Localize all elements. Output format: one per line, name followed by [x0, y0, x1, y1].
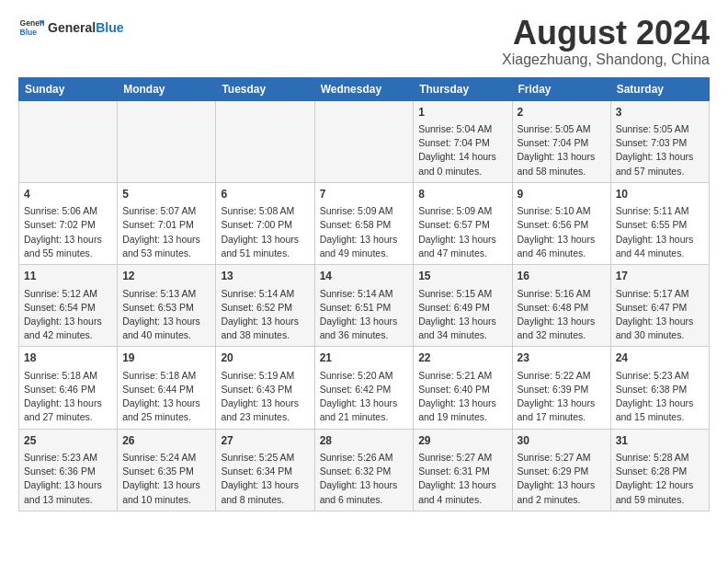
day-number: 30 — [518, 433, 606, 449]
week-row-2: 4Sunrise: 5:06 AMSunset: 7:02 PMDaylight… — [19, 182, 710, 264]
day-info: Daylight: 13 hours and 17 minutes. — [518, 396, 606, 424]
day-number: 23 — [518, 350, 606, 366]
day-cell: 4Sunrise: 5:06 AMSunset: 7:02 PMDaylight… — [19, 182, 118, 264]
day-number: 1 — [418, 105, 506, 121]
day-cell: 27Sunrise: 5:25 AMSunset: 6:34 PMDayligh… — [216, 429, 314, 511]
day-cell: 3Sunrise: 5:05 AMSunset: 7:03 PMDaylight… — [610, 100, 709, 182]
day-info: Sunrise: 5:09 AM — [320, 204, 409, 218]
day-info: Sunrise: 5:15 AM — [418, 287, 506, 301]
day-info: Daylight: 13 hours and 6 minutes. — [320, 478, 409, 506]
day-info: Sunrise: 5:20 AM — [320, 369, 409, 383]
week-row-4: 18Sunrise: 5:18 AMSunset: 6:46 PMDayligh… — [19, 347, 710, 429]
day-number: 18 — [24, 350, 112, 366]
col-tuesday: Tuesday — [216, 77, 314, 100]
col-friday: Friday — [512, 77, 610, 100]
day-info: Sunset: 7:00 PM — [221, 218, 309, 232]
day-info: Sunset: 7:02 PM — [24, 218, 112, 232]
day-info: Sunrise: 5:09 AM — [418, 204, 506, 218]
day-cell: 14Sunrise: 5:14 AMSunset: 6:51 PMDayligh… — [314, 265, 414, 347]
day-cell: 20Sunrise: 5:19 AMSunset: 6:43 PMDayligh… — [216, 347, 314, 429]
header: General Blue GeneralBlue August 2024 Xia… — [18, 15, 710, 68]
day-cell: 6Sunrise: 5:08 AMSunset: 7:00 PMDaylight… — [216, 182, 314, 264]
day-info: Sunrise: 5:14 AM — [320, 287, 409, 301]
logo-icon: General Blue — [18, 15, 44, 40]
svg-text:Blue: Blue — [20, 28, 38, 37]
day-number: 15 — [418, 269, 506, 284]
day-info: Daylight: 13 hours and 58 minutes. — [518, 150, 606, 178]
subtitle: Xiagezhuang, Shandong, China — [502, 52, 710, 68]
week-row-5: 25Sunrise: 5:23 AMSunset: 6:36 PMDayligh… — [19, 429, 710, 511]
day-cell: 15Sunrise: 5:15 AMSunset: 6:49 PMDayligh… — [414, 265, 512, 347]
day-cell: 1Sunrise: 5:04 AMSunset: 7:04 PMDaylight… — [414, 100, 512, 182]
day-cell: 5Sunrise: 5:07 AMSunset: 7:01 PMDaylight… — [118, 182, 216, 264]
day-info: Sunset: 6:57 PM — [418, 218, 506, 232]
day-info: Sunrise: 5:25 AM — [221, 451, 309, 465]
day-number: 12 — [122, 269, 210, 284]
day-info: Sunset: 6:58 PM — [320, 218, 409, 232]
day-info: Sunrise: 5:27 AM — [418, 451, 506, 465]
col-wednesday: Wednesday — [314, 77, 414, 100]
day-info: Sunrise: 5:12 AM — [24, 287, 112, 301]
day-info: Sunrise: 5:13 AM — [122, 287, 210, 301]
day-number: 31 — [616, 433, 704, 449]
logo-blue: Blue — [96, 20, 123, 35]
col-sunday: Sunday — [19, 77, 118, 100]
day-info: Daylight: 13 hours and 42 minutes. — [24, 315, 112, 342]
day-info: Daylight: 13 hours and 47 minutes. — [418, 233, 506, 260]
day-number: 9 — [518, 187, 606, 202]
day-info: Sunrise: 5:24 AM — [122, 451, 210, 465]
day-number: 14 — [320, 269, 409, 284]
day-cell — [19, 100, 118, 182]
day-info: Sunset: 6:40 PM — [418, 383, 506, 396]
day-info: Sunrise: 5:22 AM — [518, 369, 606, 383]
calendar-body: 1Sunrise: 5:04 AMSunset: 7:04 PMDaylight… — [19, 100, 710, 511]
logo-general: General — [48, 20, 96, 35]
day-info: Sunset: 6:43 PM — [221, 383, 309, 396]
day-info: Sunset: 6:46 PM — [24, 383, 112, 396]
day-number: 26 — [122, 433, 210, 449]
day-info: Sunrise: 5:11 AM — [616, 204, 704, 218]
day-cell: 8Sunrise: 5:09 AMSunset: 6:57 PMDaylight… — [414, 182, 512, 264]
day-number: 22 — [418, 350, 506, 366]
day-number: 10 — [616, 187, 704, 202]
day-info: Sunrise: 5:05 AM — [616, 122, 704, 136]
day-info: Sunset: 6:39 PM — [518, 383, 606, 396]
day-number: 4 — [24, 187, 112, 202]
col-saturday: Saturday — [610, 77, 709, 100]
day-info: Sunset: 6:54 PM — [24, 301, 112, 315]
day-info: Sunset: 6:48 PM — [518, 301, 606, 315]
day-info: Daylight: 13 hours and 53 minutes. — [122, 233, 210, 260]
day-number: 2 — [518, 105, 606, 121]
day-info: Daylight: 13 hours and 51 minutes. — [221, 233, 309, 260]
day-info: Sunrise: 5:27 AM — [518, 451, 606, 465]
day-info: Daylight: 13 hours and 4 minutes. — [418, 478, 506, 506]
day-info: Daylight: 13 hours and 57 minutes. — [616, 150, 704, 178]
day-info: Daylight: 13 hours and 32 minutes. — [518, 315, 606, 342]
day-number: 19 — [122, 350, 210, 366]
day-info: Sunrise: 5:16 AM — [518, 287, 606, 301]
day-info: Sunset: 6:38 PM — [616, 383, 704, 396]
day-number: 24 — [616, 350, 704, 366]
day-info: Daylight: 13 hours and 40 minutes. — [122, 315, 210, 342]
day-number: 16 — [518, 269, 606, 284]
day-info: Sunset: 6:36 PM — [24, 465, 112, 478]
day-cell: 22Sunrise: 5:21 AMSunset: 6:40 PMDayligh… — [414, 347, 512, 429]
day-info: Daylight: 13 hours and 44 minutes. — [616, 233, 704, 260]
day-info: Sunset: 6:32 PM — [320, 465, 409, 478]
day-cell — [216, 100, 314, 182]
day-cell: 25Sunrise: 5:23 AMSunset: 6:36 PMDayligh… — [19, 429, 118, 511]
day-cell: 7Sunrise: 5:09 AMSunset: 6:58 PMDaylight… — [314, 182, 414, 264]
day-info: Daylight: 13 hours and 10 minutes. — [122, 478, 210, 506]
day-info: Daylight: 13 hours and 55 minutes. — [24, 233, 112, 260]
day-info: Sunrise: 5:23 AM — [24, 451, 112, 465]
day-info: Sunset: 6:53 PM — [122, 301, 210, 315]
day-cell: 19Sunrise: 5:18 AMSunset: 6:44 PMDayligh… — [118, 347, 216, 429]
day-number: 21 — [320, 350, 409, 366]
day-cell: 16Sunrise: 5:16 AMSunset: 6:48 PMDayligh… — [512, 265, 610, 347]
day-info: Sunset: 6:47 PM — [616, 301, 704, 315]
day-info: Sunset: 7:03 PM — [616, 136, 704, 150]
day-info: Daylight: 12 hours and 59 minutes. — [616, 478, 704, 506]
calendar-header: Sunday Monday Tuesday Wednesday Thursday… — [19, 77, 710, 100]
day-info: Daylight: 13 hours and 25 minutes. — [122, 396, 210, 424]
col-monday: Monday — [118, 77, 216, 100]
